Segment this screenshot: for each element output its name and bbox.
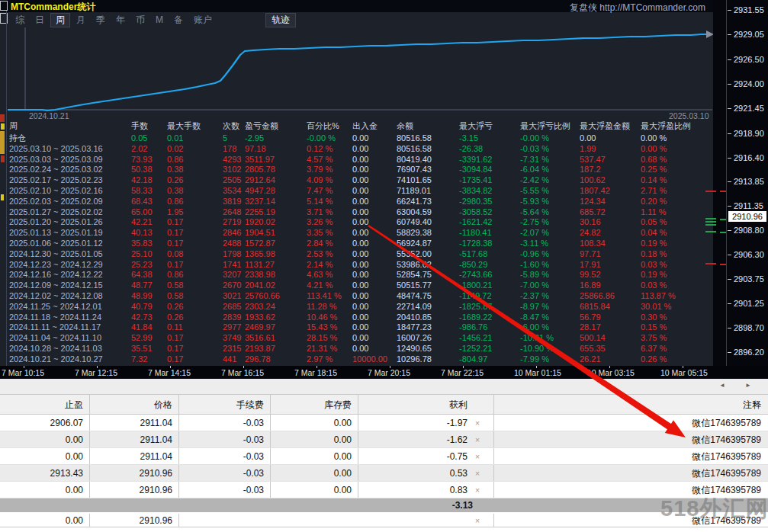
toolbar-fragment — [1, 194, 4, 200]
close-order-icon[interactable]: × — [468, 465, 487, 481]
order-cell: 0.83× — [358, 482, 494, 498]
close-order-icon[interactable]: × — [468, 415, 487, 431]
order-cell: 2906.07 — [0, 415, 90, 431]
order-line-mark — [705, 224, 716, 226]
stats-week-row: 2024.11.04 ~ 2024.11.1052.990.1737493516… — [0, 332, 713, 343]
order-cell: 0.00 — [0, 514, 90, 527]
toolbar-fragment — [0, 114, 5, 122]
order-line-mark — [720, 191, 726, 192]
order-line-mark — [705, 231, 716, 232]
window-fragment — [0, 1, 8, 11]
close-order-icon[interactable]: × — [468, 482, 487, 498]
price-tick: 2911.35 — [734, 201, 768, 210]
order-line-mark — [720, 232, 726, 233]
time-axis-label: 7 Mar 22:15 — [441, 368, 484, 377]
close-order-icon[interactable]: × — [468, 448, 487, 464]
mtcommander-screen: MTCommander统计 复盘侠 http://MTCommander.com… — [0, 0, 768, 532]
stats-week-row: 2024.11.11 ~ 2024.11.1741.840.1129772469… — [0, 322, 713, 332]
order-cell: 0.00 — [271, 482, 358, 498]
order-row[interactable]: 2913.432910.96-0.030.000.53×微信1746395789 — [0, 465, 768, 482]
order-cell: 0.00 — [271, 431, 358, 447]
order-cell: 0.00 — [271, 448, 358, 464]
stats-week-row: 2025.02.03 ~ 2025.02.0968.430.8638193237… — [0, 196, 713, 207]
toolbar-fragment — [0, 131, 5, 154]
time-axis-label: 7 Mar 10:15 — [2, 368, 44, 377]
order-cell: 2911.04 — [90, 415, 179, 431]
price-tick: 2906.30 — [734, 250, 768, 259]
order-row[interactable]: 0.002910.96-0.030.000.83×微信1746395789 — [0, 482, 768, 498]
orders-header-row: 止盈价格手续费库存费获利注释 — [0, 395, 768, 415]
orders-col-header[interactable]: 库存费 — [271, 395, 358, 414]
order-note: 微信1746395789 — [494, 415, 768, 431]
stats-position-row: 持仓0.050.015-2.95-0.00 %0.0080516.58-3.15… — [0, 133, 713, 143]
time-axis-label: 7 Mar 18:15 — [294, 368, 337, 377]
stats-week-row: 2025.02.10 ~ 2025.02.1658.330.3835344947… — [0, 185, 713, 196]
watermark: 518外汇网 — [660, 494, 768, 524]
order-line-mark — [705, 191, 716, 192]
price-scale-border — [726, 0, 727, 366]
close-order-icon[interactable]: × — [468, 514, 487, 527]
price-tick: 2901.25 — [734, 299, 768, 308]
order-cell: × — [358, 514, 494, 527]
stats-week-row: 2024.12.02 ~ 2024.12.0848.990.5830212576… — [0, 290, 713, 301]
order-cell: 0.00 — [0, 431, 90, 447]
orders-col-header[interactable]: 价格 — [90, 395, 179, 414]
stats-week-row: 2024.12.16 ~ 2024.12.2264.380.8632072338… — [0, 269, 713, 280]
stats-week-row: 2024.11.18 ~ 2024.11.2442.730.2628391933… — [0, 312, 713, 322]
stats-week-row: 2024.10.28 ~ 2024.11.0335.510.1723152193… — [0, 343, 713, 354]
stats-week-row: 2025.01.20 ~ 2025.01.2642.210.1727191920… — [0, 216, 713, 227]
order-row[interactable]: 2906.072911.04-0.030.00-1.97×微信174639578… — [0, 415, 768, 431]
stats-week-row: 2024.12.23 ~ 2024.12.2925.230.1717411131… — [0, 259, 713, 270]
price-tick: 2908.80 — [734, 226, 768, 235]
orders-col-header[interactable]: 获利 — [358, 395, 494, 414]
order-cell — [179, 514, 271, 527]
orders-col-header[interactable]: 手续费 — [179, 395, 271, 414]
time-axis-label: 7 Mar 12:15 — [75, 368, 117, 377]
order-cell: 0.00 — [0, 448, 90, 464]
order-cell: 2910.96 — [90, 482, 179, 498]
price-tick: 2916.40 — [734, 153, 768, 162]
order-cell: -0.03 — [179, 415, 271, 431]
stats-week-row: 2024.10.21 ~ 2024.10.277.320.17441296.78… — [0, 354, 713, 364]
order-note: 微信1746395789 — [494, 465, 768, 481]
stats-week-row: 2025.02.17 ~ 2025.02.2342.180.2625052912… — [0, 175, 713, 185]
order-cell: -1.62× — [358, 431, 494, 447]
order-row[interactable]: 0.002911.04-0.030.00-1.62×微信1746395789 — [0, 431, 768, 448]
close-order-icon[interactable]: × — [468, 431, 487, 447]
price-tick: 2921.45 — [734, 104, 768, 113]
order-line-mark — [705, 263, 716, 264]
order-cell: -0.03 — [179, 431, 271, 447]
price-tick: 2926.50 — [734, 55, 768, 64]
stats-week-row: 2024.12.30 ~ 2025.01.0525.100.0817981365… — [0, 248, 713, 259]
time-axis-label: 10 Mar 03:15 — [587, 368, 635, 377]
toolbar-fragment — [1, 155, 5, 162]
order-cell: 2910.96 — [90, 514, 179, 527]
order-row[interactable]: 0.002911.04-0.030.00-0.75×微信1746395789 — [0, 448, 768, 465]
time-axis-label: 7 Mar 20:15 — [368, 368, 410, 377]
stats-week-row: 2025.02.24 ~ 2025.03.0250.380.3831022805… — [0, 164, 713, 175]
price-tick: 2929.05 — [734, 30, 768, 39]
price-tick: 2924.00 — [734, 79, 768, 88]
order-line-mark — [720, 219, 726, 220]
orders-panel: ◄ ► 止盈价格手续费库存费获利注释2906.072911.04-0.030.0… — [0, 379, 768, 532]
time-axis: 7 Mar 10:157 Mar 12:157 Mar 14:157 Mar 1… — [0, 366, 768, 380]
orders-col-header[interactable]: 注释 — [494, 395, 768, 414]
orders-summary-row: -3.13 — [0, 498, 768, 512]
price-tick: 2918.90 — [734, 129, 768, 138]
orders-toolbar-strip: ◄ ► — [0, 379, 768, 395]
order-cell — [271, 514, 358, 527]
stats-week-row: 2025.01.06 ~ 2025.01.1235.830.1724881572… — [0, 238, 713, 248]
stats-week-row: 2025.01.27 ~ 2025.02.0265.001.9526482255… — [0, 207, 713, 217]
order-row[interactable]: 0.002910.96×微信1746395789 — [0, 514, 768, 527]
order-cell: 0.00 — [0, 482, 90, 498]
time-axis-label: 10 Mar 05:15 — [660, 368, 708, 377]
order-line-mark — [705, 218, 716, 220]
orders-col-header[interactable]: 止盈 — [0, 395, 90, 414]
stats-week-row: 2024.11.25 ~ 2024.12.0140.790.2626852303… — [0, 301, 713, 312]
time-axis-label: 7 Mar 14:15 — [148, 368, 191, 377]
order-cell: 0.00 — [271, 415, 358, 431]
order-cell: -0.75× — [358, 448, 494, 464]
order-note: 微信1746395789 — [494, 448, 768, 464]
order-cell: -0.03 — [179, 465, 271, 481]
horizontal-scroll-arrows[interactable]: ◄ ► — [719, 382, 760, 389]
